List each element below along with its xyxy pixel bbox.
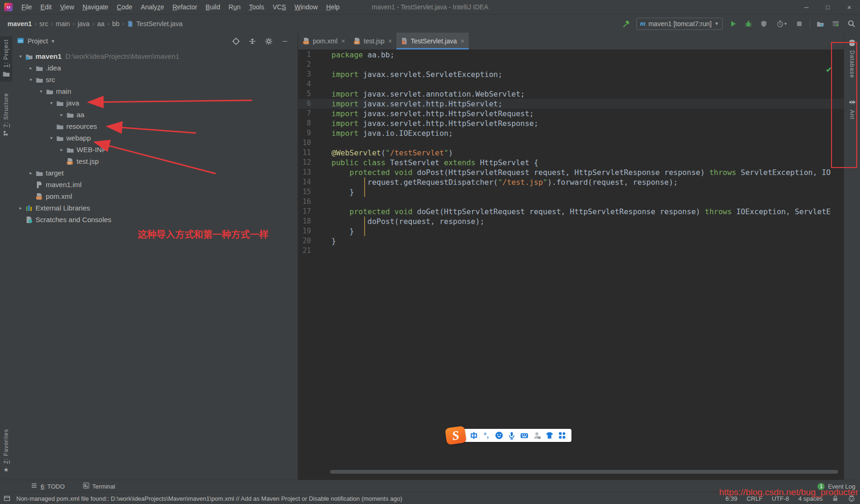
menu-run[interactable]: Run [225, 0, 245, 14]
tree-item-target[interactable]: ▸target [12, 167, 297, 179]
breadcrumb-item-maven1[interactable]: maven1 [7, 20, 33, 28]
toolwindow-button-favorites[interactable]: 2: Favorites ★ [3, 426, 9, 476]
toolwindow-button-database[interactable]: Database [844, 36, 860, 81]
tree-open-arrow-icon[interactable]: ▾ [37, 89, 45, 94]
tree-item-pom-xml[interactable]: <>pom.xml [12, 190, 297, 202]
tree-item-external-libraries[interactable]: ▸External Libraries [12, 202, 297, 214]
tree-closed-arrow-icon[interactable]: ▸ [27, 170, 35, 175]
tree-open-arrow-icon[interactable]: ▾ [27, 77, 35, 82]
menu-window[interactable]: Window [290, 0, 322, 14]
ime-mic-icon[interactable] [507, 431, 516, 440]
collapse-all-icon[interactable] [247, 36, 257, 46]
menu-build[interactable]: Build [201, 0, 224, 14]
breadcrumb-item-aa[interactable]: aa [96, 20, 106, 28]
tree-closed-arrow-icon[interactable]: ▸ [27, 65, 35, 70]
menu-help[interactable]: Help [322, 0, 344, 14]
run-button-icon[interactable] [728, 19, 738, 29]
sogou-logo-icon[interactable]: S [445, 426, 467, 445]
tab-close-icon[interactable]: × [460, 37, 464, 45]
build-hammer-icon[interactable] [621, 19, 631, 29]
tree-item-main[interactable]: ▾main [12, 85, 297, 97]
code-text: request.getRequestDispatcher("/test.jsp"… [331, 177, 678, 187]
breadcrumb-item-java[interactable]: java [77, 20, 91, 28]
tree-item-maven1-iml[interactable]: maven1.iml [12, 179, 297, 190]
debug-button-icon[interactable] [743, 19, 754, 29]
menu-edit[interactable]: Edit [36, 0, 56, 14]
code-editor[interactable]: 1package aa.bb;23import javax.servlet.Se… [298, 50, 844, 463]
tree-item-test-jsp[interactable]: JSPtest.jsp [12, 155, 297, 167]
tab-pom-xml[interactable]: <>pom.xml× [298, 33, 349, 49]
close-icon[interactable]: × [839, 0, 860, 14]
ime-lang-icon[interactable] [469, 431, 479, 440]
status-message[interactable]: Non-managed pom.xml file found:: D:\work… [16, 495, 402, 502]
tree-open-arrow-icon[interactable]: ▾ [48, 100, 55, 105]
menu-refactor[interactable]: Refactor [168, 0, 201, 14]
tab-close-icon[interactable]: × [388, 37, 392, 45]
toolwindow-button-ant[interactable]: Ant [844, 96, 860, 122]
tree-item-scratches-and-consoles[interactable]: Scratches and Consoles [12, 214, 297, 225]
project-structure-icon[interactable] [815, 19, 825, 29]
menu-code[interactable]: Code [113, 0, 136, 14]
code-line-9: 9import java.io.IOException; [298, 128, 844, 138]
search-everywhere-icon[interactable] [846, 19, 856, 29]
ime-keyboard-icon[interactable] [520, 431, 529, 440]
tree-item-java[interactable]: ▾java [12, 97, 297, 109]
project-view-icon [17, 37, 24, 46]
tab-testservlet-java[interactable]: cTestServlet.java× [396, 33, 469, 49]
tree-closed-arrow-icon[interactable]: ▸ [58, 147, 65, 152]
tree-item-idea[interactable]: ▸.idea [12, 62, 297, 74]
profiler-icon[interactable]: ▾ [774, 19, 789, 29]
ime-emoji-icon[interactable] [494, 431, 504, 440]
line-number: 21 [298, 246, 311, 256]
line-number: 7 [298, 109, 311, 119]
breadcrumb-separator: › [106, 20, 111, 27]
menu-view[interactable]: View [56, 0, 78, 14]
toolwindow-button-terminal[interactable]: Terminal [79, 482, 119, 490]
tree-item-aa[interactable]: ▸aa [12, 109, 297, 120]
breadcrumb-item-src[interactable]: src [39, 20, 49, 28]
ime-skin-icon[interactable] [545, 431, 554, 440]
gear-icon[interactable] [263, 36, 274, 46]
iml-icon [35, 181, 44, 189]
tree-item-src[interactable]: ▾src [12, 74, 297, 85]
tree-open-arrow-icon[interactable]: ▾ [48, 135, 55, 140]
ime-user-icon[interactable] [532, 431, 542, 440]
menu-navigate[interactable]: Navigate [78, 0, 113, 14]
tree-item-webapp[interactable]: ▾webapp [12, 132, 297, 144]
code-line-10: 10 [298, 138, 844, 148]
toolwindow-button-structure[interactable]: 7: Structure [0, 90, 12, 141]
tree-open-arrow-icon[interactable]: ▾ [17, 54, 24, 59]
maximize-icon[interactable]: □ [817, 0, 839, 14]
horizontal-scrollbar[interactable] [330, 470, 838, 474]
project-view-selector[interactable]: Project [28, 37, 48, 45]
ime-punct-icon[interactable]: °, [482, 431, 491, 440]
tab-close-icon[interactable]: × [341, 37, 345, 45]
hide-panel-icon[interactable]: ─ [280, 36, 290, 46]
toolwindow-button-project[interactable]: 1: Project [0, 36, 12, 82]
toolwindow-button-todo[interactable]: 6: TODO [27, 482, 69, 490]
line-number: 3 [298, 70, 311, 79]
breadcrumb-item-main[interactable]: main [55, 20, 71, 28]
toolwindow-switcher-icon[interactable] [4, 495, 11, 502]
menu-analyze[interactable]: Analyze [137, 0, 169, 14]
breadcrumb-item-bb[interactable]: bb [111, 20, 120, 28]
menu-vcs[interactable]: VCS [268, 0, 290, 14]
code-text: } [331, 226, 354, 236]
minimize-icon[interactable]: ─ [796, 0, 817, 14]
tree-closed-arrow-icon[interactable]: ▸ [17, 205, 24, 210]
tree-item-resources[interactable]: resources [12, 120, 297, 132]
breadcrumb-item-testservlet-java[interactable]: TestServlet.java [135, 20, 183, 28]
menu-file[interactable]: File [17, 0, 36, 14]
run-window-icon[interactable] [831, 19, 841, 29]
menu-tools[interactable]: Tools [245, 0, 268, 14]
run-configuration-selector[interactable]: mmaven1 [tomcat7:run]▼ [636, 18, 723, 30]
stop-button-icon[interactable] [794, 19, 804, 29]
tree-closed-arrow-icon[interactable]: ▸ [58, 112, 65, 117]
tree-item-maven1[interactable]: ▾maven1D:\work\ideaProjects\Maven\maven1 [12, 50, 297, 62]
coverage-button-icon[interactable] [759, 19, 769, 29]
ime-toolbox-icon[interactable] [557, 431, 567, 440]
editor-area[interactable]: <>pom.xml×JSPtest.jsp×cTestServlet.java×… [298, 33, 844, 480]
select-opened-file-icon[interactable] [231, 36, 241, 46]
tree-item-web-inf[interactable]: ▸WEB-INF [12, 144, 297, 155]
tab-test-jsp[interactable]: JSPtest.jsp× [349, 33, 396, 49]
